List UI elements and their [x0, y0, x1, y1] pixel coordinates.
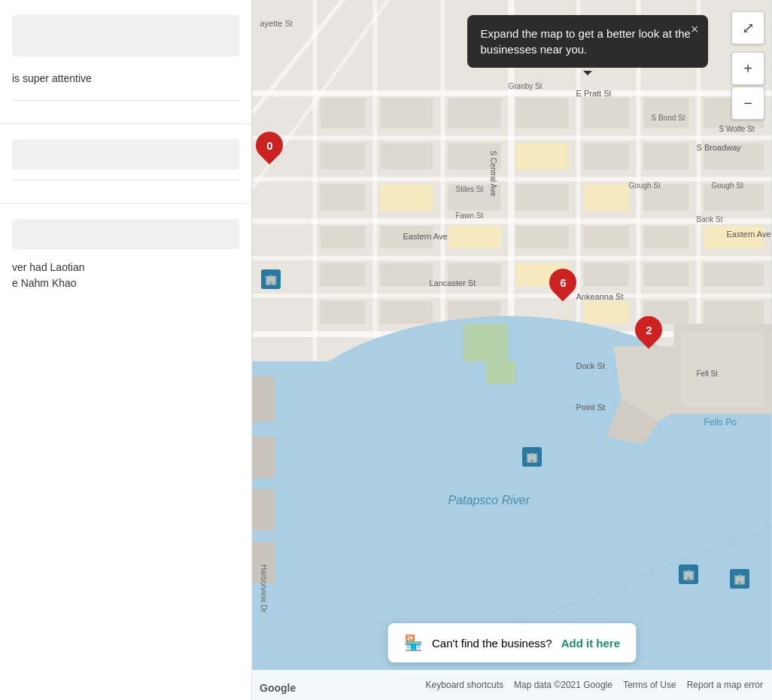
left-panel: is super attentive ver had Laotian e Nah… [0, 0, 252, 700]
svg-text:Point St: Point St [576, 403, 606, 412]
review-divider-2 [12, 180, 239, 181]
svg-rect-25 [584, 143, 629, 169]
map-tooltip: × Expand the map to get a better look at… [467, 15, 708, 68]
google-logo: Google [260, 682, 296, 694]
zoom-out-button[interactable]: − [731, 87, 764, 120]
svg-rect-9 [313, 0, 318, 361]
svg-rect-17 [321, 143, 366, 169]
blue-marker-3[interactable]: 🏢 [679, 565, 698, 584]
map-background: ayette St E Pratt St Granby St S Bond St… [252, 0, 772, 700]
review-card-top-1 [12, 15, 239, 56]
business-icon: 🏪 [404, 634, 423, 652]
google-logo-text: Google [260, 682, 296, 694]
map-container: ayette St E Pratt St Granby St S Bond St… [252, 0, 772, 700]
building-icon-3: 🏢 [682, 569, 694, 580]
svg-rect-49 [644, 263, 689, 286]
svg-rect-51 [321, 301, 366, 324]
svg-rect-31 [321, 226, 366, 248]
svg-text:Stiles St: Stiles St [456, 185, 484, 193]
expand-icon: ⤢ [742, 19, 755, 37]
svg-rect-20 [448, 98, 501, 128]
building-icon-4: 🏢 [734, 574, 746, 585]
svg-rect-50 [704, 263, 764, 286]
svg-rect-36 [516, 184, 569, 211]
map-controls: ⤢ + − [731, 11, 764, 120]
terms-of-use-link[interactable]: Terms of Use [623, 680, 676, 690]
svg-rect-37 [516, 226, 569, 248]
report-error-link[interactable]: Report a map error [687, 680, 763, 690]
svg-rect-62 [464, 324, 509, 361]
svg-text:ayette St: ayette St [260, 19, 293, 28]
blue-marker-1[interactable]: 🏢 [261, 269, 281, 289]
building-icon-2: 🏢 [526, 452, 538, 463]
map-marker-2[interactable]: 2 [635, 316, 662, 349]
svg-text:Eastern Ave: Eastern Ave [727, 230, 771, 239]
svg-text:Ankeanna St: Ankeanna St [576, 292, 624, 301]
svg-rect-41 [644, 226, 689, 248]
svg-rect-56 [704, 301, 764, 324]
keyboard-shortcuts-link[interactable]: Keyboard shortcuts [426, 680, 503, 690]
svg-rect-18 [381, 98, 433, 128]
review-text-1: is super attentive [12, 65, 239, 93]
svg-rect-44 [321, 263, 366, 286]
review-text-3: ver had Laotian e Nahm Khao [12, 260, 239, 291]
card-top-bar-2 [12, 139, 239, 169]
add-business-link[interactable]: Add it here [561, 637, 620, 650]
svg-rect-35 [448, 226, 501, 248]
svg-text:S Bond St: S Bond St [652, 114, 685, 122]
expand-map-button[interactable]: ⤢ [731, 11, 764, 44]
svg-text:Harborview Dr: Harborview Dr [260, 565, 268, 613]
blue-marker-4[interactable]: 🏢 [730, 569, 749, 589]
svg-text:E Pratt St: E Pratt St [576, 89, 612, 98]
review-card-2 [0, 124, 251, 204]
svg-text:Bank St: Bank St [697, 215, 723, 224]
svg-rect-66 [253, 489, 275, 531]
svg-text:Gough St: Gough St [712, 181, 743, 190]
svg-rect-39 [584, 226, 629, 248]
svg-rect-38 [584, 184, 629, 211]
svg-rect-65 [253, 437, 275, 478]
building-icon-1: 🏢 [265, 274, 277, 285]
svg-text:Fell St: Fell St [697, 370, 719, 378]
svg-text:Patapsco River: Patapsco River [448, 494, 530, 507]
zoom-in-button[interactable]: + [731, 52, 764, 85]
svg-text:S Broadway: S Broadway [697, 143, 742, 152]
svg-text:Dock St: Dock St [576, 361, 606, 370]
svg-rect-48 [584, 263, 629, 286]
svg-rect-27 [644, 143, 689, 169]
map-data-text: Map data ©2021 Google [514, 680, 612, 690]
tooltip-close-button[interactable]: × [691, 23, 699, 36]
map-marker-6[interactable]: 6 [549, 269, 576, 302]
svg-rect-30 [321, 184, 366, 211]
zoom-in-icon: + [743, 60, 752, 78]
svg-rect-54 [584, 301, 629, 324]
svg-rect-11 [441, 0, 445, 361]
blue-marker-2[interactable]: 🏢 [522, 447, 542, 467]
cant-find-business-bar: 🏪 Can't find the business? Add it here [388, 623, 637, 662]
svg-text:Eastern Ave: Eastern Ave [403, 232, 448, 241]
svg-rect-45 [381, 263, 433, 286]
review-card-3: ver had Laotian e Nahm Khao [0, 204, 251, 306]
svg-rect-16 [321, 98, 366, 128]
svg-rect-52 [381, 301, 433, 324]
map-footer: Keyboard shortcuts Map data ©2021 Google… [252, 670, 772, 700]
zoom-out-icon: − [743, 95, 752, 112]
svg-rect-64 [253, 376, 275, 422]
svg-rect-19 [381, 143, 433, 169]
svg-rect-22 [516, 98, 569, 128]
svg-rect-24 [584, 98, 629, 128]
svg-rect-32 [381, 184, 433, 211]
review-divider-1 [12, 100, 239, 101]
svg-text:Lancaster St: Lancaster St [430, 278, 476, 288]
svg-text:Gough St: Gough St [629, 181, 661, 190]
svg-rect-26 [644, 98, 689, 128]
svg-text:Fells Po: Fells Po [704, 417, 737, 428]
svg-text:Granby St: Granby St [509, 82, 543, 90]
svg-text:S Wolfe St: S Wolfe St [719, 125, 755, 133]
map-marker-0[interactable]: 0 [256, 132, 283, 165]
tooltip-text: Expand the map to get a better look at t… [481, 27, 691, 56]
svg-text:Fawn St: Fawn St [456, 212, 484, 220]
svg-rect-61 [682, 331, 764, 406]
svg-rect-10 [373, 0, 378, 361]
card-top-bar-3 [12, 219, 239, 249]
